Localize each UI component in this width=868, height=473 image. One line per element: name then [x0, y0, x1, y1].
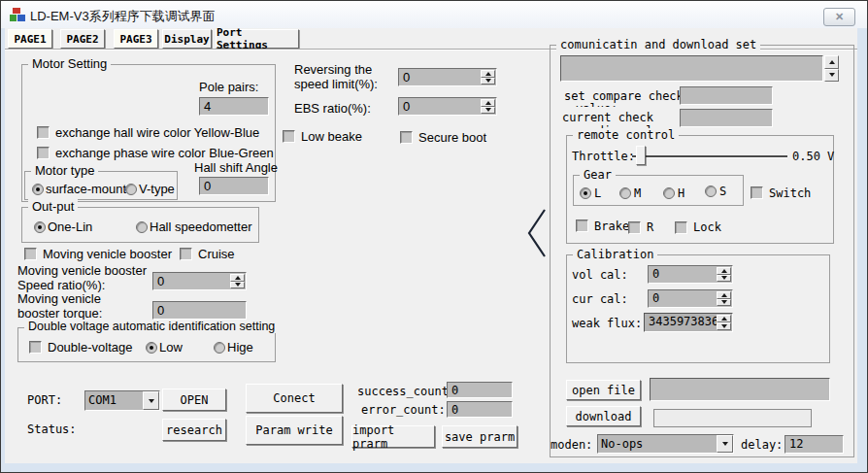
cruise-label: Cruise [198, 247, 235, 261]
double-voltage-checkbox[interactable] [29, 341, 42, 354]
comm-display-scroll[interactable] [824, 55, 839, 82]
pole-pairs-field[interactable]: 4 [199, 97, 269, 116]
reversing-field[interactable]: 0 [398, 68, 497, 86]
moving-venicle-booster-label: Moving venicle booster [43, 247, 172, 261]
low-radio[interactable] [146, 342, 157, 354]
surface-mount-radio[interactable] [32, 184, 44, 195]
vol-cal-label: vol cal: [572, 268, 628, 282]
download-progress-field [653, 409, 812, 427]
success-count-field[interactable]: 0 [447, 382, 513, 398]
moden-combobox[interactable]: No-ops [597, 434, 734, 454]
speed-ratio-field[interactable]: 0 [152, 272, 247, 290]
comm-display-field[interactable] [560, 55, 823, 82]
v-type-radio[interactable] [125, 184, 137, 195]
comm-download-title: comunicatin and download set [556, 38, 760, 51]
dialog-content: PAGE1 PAGE2 PAGE3 Display Port Settings … [5, 28, 857, 463]
moving-venicle-booster-checkbox[interactable] [24, 248, 37, 260]
delay-field[interactable]: 12 [785, 435, 844, 454]
reversing-label-line2: speed limit(%): [294, 77, 378, 91]
port-combobox[interactable]: COM1 [84, 390, 160, 411]
lock-label: Lock [693, 220, 721, 234]
hall-shift-angle-field[interactable]: 0 [199, 177, 269, 195]
chevron-down-icon[interactable] [717, 435, 733, 453]
import-prarm-button[interactable]: import prarm [351, 425, 435, 448]
switch-label: Switch [769, 186, 811, 200]
speed-ratio-label-line1: Moving venicle booster [17, 263, 147, 278]
calibration-title: Calibration [573, 248, 657, 261]
throttle-slider-track[interactable] [632, 155, 787, 157]
tab-page1[interactable]: PAGE1 [8, 29, 52, 49]
vol-cal-field[interactable]: 0 [648, 265, 733, 284]
motor-setting-title: Motor Setting [28, 56, 111, 71]
double-voltage-title: Double voltage automatic identification … [24, 320, 279, 333]
open-file-button[interactable]: open file [566, 380, 641, 400]
app-window: LD-EM-V3系列程序下载调试界面 ✕ PAGE1 PAGE2 PAGE3 D… [0, 0, 868, 473]
throttle-slider-thumb[interactable] [636, 146, 646, 165]
low-beake-checkbox[interactable] [283, 130, 295, 143]
save-prarm-button[interactable]: save prarm [442, 425, 517, 448]
window-title: LD-EM-V3系列程序下载调试界面 [30, 8, 216, 25]
gear-title: Gear [580, 168, 616, 182]
ebs-ratio-spinner[interactable] [481, 99, 495, 114]
double-voltage-label: Double-voltage [48, 340, 132, 355]
ebs-ratio-label: EBS ratio(%): [294, 101, 371, 116]
cruise-checkbox[interactable] [180, 248, 192, 260]
conect-button[interactable]: Conect [246, 384, 343, 413]
exchange-phase-wire-checkbox[interactable] [37, 147, 50, 159]
gear-h-label: H [678, 186, 684, 200]
param-write-button[interactable]: Param write [246, 416, 343, 445]
open-button[interactable]: OPEN [162, 389, 226, 411]
hige-radio[interactable] [214, 342, 225, 354]
title-bar: LD-EM-V3系列程序下载调试界面 ✕ [1, 1, 867, 28]
r-checkbox[interactable] [628, 221, 641, 234]
weak-flux-label: weak flux: [572, 317, 642, 330]
gear-m-radio[interactable] [619, 187, 631, 199]
exchange-hall-wire-checkbox[interactable] [37, 126, 50, 139]
download-button[interactable]: download [566, 406, 641, 426]
reversing-spinner[interactable] [481, 70, 495, 84]
chevron-down-icon[interactable] [143, 391, 159, 410]
gear-h-radio[interactable] [663, 187, 675, 199]
collapse-panel-chevron-icon[interactable] [525, 207, 549, 259]
switch-checkbox[interactable] [751, 186, 763, 199]
cur-cal-field[interactable]: 0 [648, 289, 733, 308]
one-lin-radio[interactable] [34, 221, 46, 233]
lock-checkbox[interactable] [675, 221, 687, 234]
brake-label: Brake [594, 220, 629, 233]
close-icon[interactable]: ✕ [823, 8, 855, 26]
secure-boot-checkbox[interactable] [400, 131, 413, 144]
pole-pairs-label: Pole pairs: [199, 80, 258, 94]
cur-cal-spinner[interactable] [717, 291, 731, 306]
moden-label: moden: [551, 438, 592, 452]
tab-page3[interactable]: PAGE3 [114, 29, 158, 49]
success-count-label: success_count: [357, 385, 455, 398]
current-check-field[interactable] [680, 109, 773, 127]
set-compare-check-field[interactable] [680, 86, 773, 105]
weak-flux-spinner[interactable] [717, 315, 731, 330]
set-compare-check-label: set compare check [564, 89, 684, 103]
weak-flux-field[interactable]: 3435973836 [644, 313, 733, 332]
cur-cal-label: cur cal: [572, 292, 628, 306]
gear-l-radio[interactable] [580, 187, 591, 199]
torque-field[interactable]: 0 [152, 301, 247, 320]
tab-port-settings[interactable]: Port Settings [216, 29, 299, 49]
torque-label-line1: Moving venicle [17, 291, 101, 306]
gear-s-radio[interactable] [705, 186, 717, 197]
tab-display[interactable]: Display [162, 29, 212, 49]
low-beake-label: Low beake [301, 129, 362, 144]
status-label: Status: [27, 422, 77, 436]
research-button[interactable]: research [162, 419, 226, 441]
speed-ratio-spinner[interactable] [230, 274, 245, 288]
brake-checkbox[interactable] [576, 220, 588, 232]
tab-page2[interactable]: PAGE2 [60, 29, 105, 49]
gear-m-label: M [634, 186, 641, 200]
ebs-ratio-field[interactable]: 0 [398, 97, 497, 116]
low-label: Low [159, 340, 183, 355]
open-file-path-field[interactable] [650, 378, 830, 401]
error-count-field[interactable]: 0 [447, 401, 513, 418]
speed-ratio-label-line2: Speed ratio(%): [17, 278, 105, 292]
delay-label: delay: [741, 438, 783, 452]
hall-speedometter-radio[interactable] [136, 221, 148, 233]
app-icon [10, 8, 25, 21]
vol-cal-spinner[interactable] [717, 267, 731, 282]
